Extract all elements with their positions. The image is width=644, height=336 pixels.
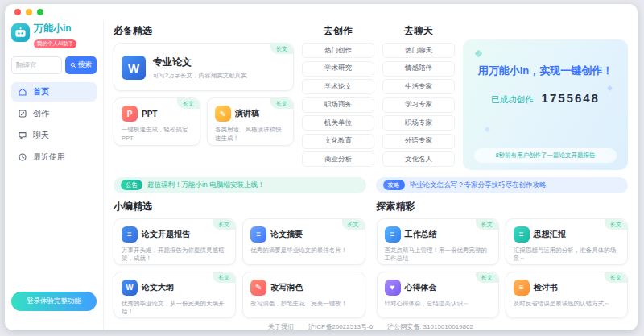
chat-bubble-icon (18, 131, 27, 140)
announcement-text: 超值福利！万能小in-电脑端安装上线！ (147, 180, 264, 190)
chat-category-item[interactable]: 生活专家 (382, 79, 455, 94)
explore-section: 探索精彩 长文 ≡ 工作总结 画龙点睛马上管理！用一份优秀完整的工作总结 长文 (377, 199, 629, 318)
chat-category-item[interactable]: 文化名人 (382, 151, 455, 167)
longform-tag: 长文 (476, 272, 498, 283)
document-icon: ≡ (514, 226, 530, 243)
app-body: 万能小in 我的个人AI助手 搜索 (5, 20, 638, 330)
chat-column: 去聊天 热门聊天 情感陪伴 生活专家 学习专家 职场专家 外语专家 文化名人 (382, 23, 455, 170)
create-category-item[interactable]: 职场商务 (302, 97, 374, 113)
zoom-window-button[interactable] (37, 9, 43, 15)
bottom-section: 小编精选 长文 ≡ 论文开题报告 万事开头难，开题报告为你提供灵感框架，成就！ … (114, 199, 628, 318)
tool-card-professional-paper[interactable]: 长文 W 专业论文 可写2万字长文，内容翔实文献真实 (114, 43, 294, 91)
sidebar-item-recent[interactable]: 最近使用 (11, 147, 97, 167)
card-title: PPT (142, 110, 157, 118)
sidebar-search: 搜索 (11, 56, 97, 74)
tool-card-self-criticism[interactable]: 长文 ≡ 检讨书 及时反省错误是最诚恳的认错方式～ (506, 272, 628, 318)
longform-tag: 长文 (213, 272, 235, 283)
minimize-window-button[interactable] (26, 9, 32, 15)
announcement-banner[interactable]: 公告 超值福利！万能小in-电脑端安装上线！ (114, 177, 366, 193)
create-column-title: 去创作 (302, 25, 374, 36)
create-category-item[interactable]: 机关单位 (302, 115, 374, 131)
tool-card-thesis-outline[interactable]: 长文 W 论文大纲 优秀的毕业论文，从一份完美的大纲开始！ (114, 272, 236, 318)
longform-tag: 长文 (213, 219, 235, 230)
sidebar-item-create[interactable]: 创作 (11, 104, 97, 123)
counter-value: 1755648 (542, 91, 600, 105)
close-window-button[interactable] (14, 9, 21, 15)
tool-card-thought-report[interactable]: 长文 ≡ 思想汇报 汇报思想与运用的分析，准备具体的场景～ (506, 218, 628, 265)
essentials-title: 必备精选 (114, 25, 294, 36)
tool-card-rewrite-polish[interactable]: ✎ 改写润色 改写润色，妙笔生花，完美一键改！ (242, 272, 365, 318)
search-button[interactable]: 搜索 (65, 56, 97, 74)
tool-card-work-summary[interactable]: 长文 ≡ 工作总结 画龙点睛马上管理！用一份优秀完整的工作总结 (377, 218, 499, 265)
card-desc: 一键极速生成，轻松搞定PPT (122, 126, 192, 143)
create-category-item[interactable]: 热门创作 (302, 43, 374, 58)
create-category-item[interactable]: 学术论文 (302, 79, 374, 94)
login-button[interactable]: 登录体验完整功能 (11, 292, 97, 311)
ppt-icon: P (122, 106, 138, 122)
promo-panel: 用万能小in，实现一键创作！ 已成功创作 1755648 8秒前有用户创作了一篇… (463, 39, 628, 170)
promo-headline: 用万能小in，实现一键创作！ (478, 64, 613, 78)
create-category-item[interactable]: 商业分析 (302, 151, 374, 167)
longform-tag: 长文 (605, 219, 627, 230)
card-desc: 改写润色，妙笔生花，完美一键改！ (250, 300, 357, 309)
chat-category-item[interactable]: 外语专家 (382, 134, 455, 149)
main-content: 必备精选 长文 W 专业论文 可写2万字长文，内容翔实文献真实 长文 (104, 20, 638, 330)
app-logo[interactable]: 万能小in 我的个人AI助手 (11, 23, 97, 48)
create-category-item[interactable]: 文化教育 (302, 134, 374, 149)
chat-column-title: 去聊天 (382, 25, 455, 36)
longform-tag: 长文 (177, 98, 200, 109)
sidebar: 万能小in 我的个人AI助手 搜索 (5, 20, 104, 330)
chat-category-item[interactable]: 热门聊天 (382, 43, 455, 58)
menu-label: 最近使用 (33, 151, 65, 163)
card-desc: 各类用途、风格演讲稿快速生成！ (215, 126, 286, 143)
pencil-doc-icon: ✎ (215, 106, 231, 122)
longform-tag: 长文 (270, 44, 293, 54)
pen-icon: ✎ (250, 280, 266, 296)
footer-icp-link[interactable]: 沪ICP备20022513号-6 (308, 322, 373, 331)
chat-category-item[interactable]: 学习专家 (382, 97, 455, 113)
card-desc: 可写2万字长文，内容翔实文献真实 (153, 72, 247, 81)
sidebar-item-home[interactable]: 首页 (11, 82, 97, 102)
footer-police-link[interactable]: 沪公网安备: 31015010019862 (387, 322, 473, 331)
creation-counter: 已成功创作 1755648 (491, 91, 600, 106)
footer: 关于我们 沪ICP备20022513号-6 沪公网安备: 31015010019… (114, 318, 628, 331)
announcement-badge: 公告 (121, 180, 142, 191)
card-desc: 优秀的毕业论文，从一份完美的大纲开始！ (122, 300, 228, 317)
tool-card-ppt[interactable]: 长文 P PPT 一键极速生成，轻松搞定PPT (114, 97, 200, 146)
app-tagline-badge: 我的个人AI助手 (34, 39, 76, 48)
chat-category-item[interactable]: 情感陪伴 (382, 61, 455, 77)
card-title: 心得体会 (405, 282, 437, 293)
card-title: 演讲稿 (235, 108, 259, 119)
document-icon: ≡ (250, 226, 266, 243)
chat-category-item[interactable]: 职场专家 (382, 115, 455, 131)
clock-icon (18, 152, 27, 162)
search-input[interactable] (11, 56, 62, 74)
top-section: 必备精选 长文 W 专业论文 可写2万字长文，内容翔实文献真实 长文 (114, 23, 628, 170)
live-activity-ticker: 8秒前有用户创作了一篇论文开题报告 (474, 148, 617, 163)
menu-label: 聊天 (33, 130, 49, 141)
guide-banner[interactable]: 攻略 毕业论文怎么写？专家分享技巧尽在创作攻略 (376, 177, 629, 193)
card-title: 专业论文 (153, 56, 247, 69)
sparkle-decoration (475, 50, 483, 58)
tool-card-thesis-abstract[interactable]: 长文 ≡ 论文摘要 优秀的摘要是毕业论文的最佳名片！ (242, 218, 365, 265)
card-desc: 汇报思想与运用的分析，准备具体的场景～ (514, 247, 620, 264)
longform-tag: 长文 (476, 219, 498, 230)
tool-card-thesis-proposal[interactable]: 长文 ≡ 论文开题报告 万事开头难，开题报告为你提供灵感框架，成就！ (114, 218, 236, 265)
heart-doc-icon: ♥ (385, 280, 401, 296)
word-doc-icon: W (122, 280, 138, 296)
document-icon: ≡ (122, 226, 138, 243)
editors-picks-section: 小编精选 长文 ≡ 论文开题报告 万事开头难，开题报告为你提供灵感框架，成就！ … (114, 199, 365, 318)
explore-title: 探索精彩 (377, 201, 629, 212)
sidebar-item-chat[interactable]: 聊天 (11, 126, 97, 145)
document-icon: ≡ (514, 280, 530, 296)
tool-card-reflections[interactable]: 长文 ♥ 心得体会 针对心得体会，总结提高认识～ (377, 272, 499, 318)
tool-card-speech[interactable]: 长文 ✎ 演讲稿 各类用途、风格演讲稿快速生成！ (207, 97, 294, 146)
card-title: 论文大纲 (142, 282, 174, 293)
word-doc-icon: W (122, 56, 146, 80)
create-category-item[interactable]: 学术研究 (302, 61, 374, 77)
card-title: 检讨书 (534, 282, 558, 293)
card-title: 论文摘要 (270, 229, 303, 240)
card-desc: 及时反省错误是最诚恳的认错方式～ (514, 300, 620, 309)
footer-about-link[interactable]: 关于我们 (268, 322, 294, 331)
card-title: 论文开题报告 (142, 229, 190, 240)
